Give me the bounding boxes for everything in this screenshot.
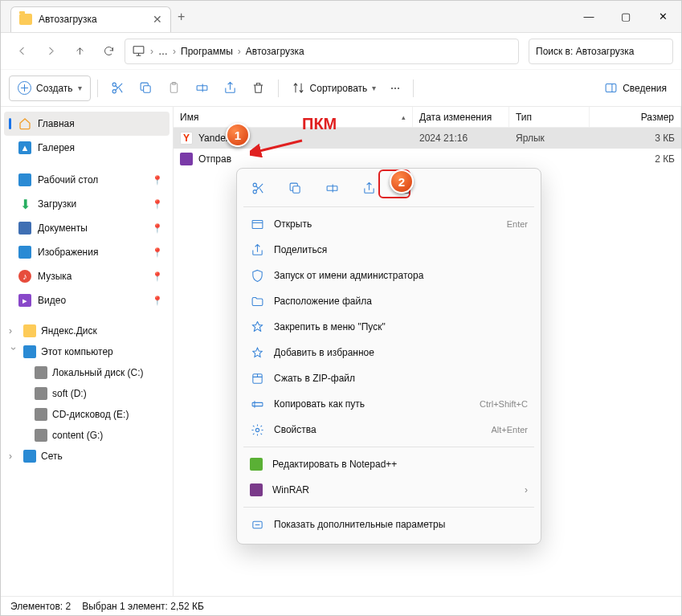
ctx-copy-button[interactable] xyxy=(282,175,308,201)
sort-asc-icon: ▴ xyxy=(402,113,406,121)
chevron-right-icon: › xyxy=(150,46,153,57)
ctx-pin-start[interactable]: Закрепить в меню "Пуск" xyxy=(237,314,541,340)
refresh-button[interactable] xyxy=(96,39,121,64)
tree-item-drive-d[interactable]: soft (D:) xyxy=(4,383,169,404)
ctx-open[interactable]: ОткрытьEnter xyxy=(237,211,541,237)
scissors-icon xyxy=(111,81,125,95)
sidebar-item-label: Изображения xyxy=(38,247,98,258)
nav-bar: › … › Программы › Автозагрузка Поиск в: … xyxy=(1,33,681,70)
column-headers: Имя▴ Дата изменения Тип Размер xyxy=(174,107,681,128)
sidebar-item-desktop[interactable]: Рабочий стол📍 xyxy=(4,168,169,192)
ctx-copy-path[interactable]: Копировать как путьCtrl+Shift+C xyxy=(237,391,541,417)
yandex-icon: Y xyxy=(180,132,193,145)
sort-button[interactable]: Сортировать ▾ xyxy=(285,75,383,101)
cut-button[interactable] xyxy=(104,75,131,101)
network-icon xyxy=(23,450,36,463)
drive-icon xyxy=(35,387,47,400)
ctx-rename-button[interactable] xyxy=(319,175,345,201)
ctx-properties[interactable]: СвойстваAlt+Enter xyxy=(237,417,541,443)
sidebar-item-documents[interactable]: Документы📍 xyxy=(4,216,169,240)
details-button[interactable]: Сведения xyxy=(598,75,673,101)
folder-icon xyxy=(19,14,32,25)
breadcrumb-item[interactable]: Программы xyxy=(181,46,233,57)
drive-icon xyxy=(35,429,47,442)
chevron-down-icon[interactable]: › xyxy=(8,347,19,357)
delete-button[interactable] xyxy=(245,75,272,101)
sidebar-item-downloads[interactable]: ⬇Загрузки📍 xyxy=(4,192,169,216)
status-selected: Выбран 1 элемент: 2,52 КБ xyxy=(82,601,204,612)
svg-point-8 xyxy=(253,183,256,186)
column-type[interactable]: Тип xyxy=(509,107,590,127)
ctx-notepadpp[interactable]: Редактировать в Notepad++ xyxy=(237,451,541,477)
column-date[interactable]: Дата изменения xyxy=(413,107,509,127)
rename-button[interactable] xyxy=(189,75,215,101)
chevron-right-icon[interactable]: › xyxy=(9,451,18,462)
tree-item-drive-e[interactable]: CD-дисковод (E:) xyxy=(4,404,169,425)
pin-icon: 📍 xyxy=(152,271,163,282)
search-input[interactable]: Поиск в: Автозагрузка xyxy=(529,39,673,64)
share-icon xyxy=(250,243,264,257)
forward-button[interactable] xyxy=(38,39,63,64)
column-name[interactable]: Имя▴ xyxy=(174,107,413,127)
rename-icon xyxy=(325,182,339,195)
tree-item-yadisk[interactable]: ›Яндекс.Диск xyxy=(4,320,169,341)
ctx-location[interactable]: Расположение файла xyxy=(237,288,541,314)
ctx-cut-button[interactable] xyxy=(245,175,271,201)
create-button[interactable]: Создать ▾ xyxy=(9,75,91,101)
sidebar-item-video[interactable]: ▸Видео📍 xyxy=(4,288,169,312)
maximize-button[interactable]: ▢ xyxy=(607,1,644,33)
sidebar-item-label: Рабочий стол xyxy=(38,174,98,186)
sidebar-item-gallery[interactable]: ▲Галерея xyxy=(4,136,169,160)
titlebar: Автозагрузка ✕ + — ▢ ✕ xyxy=(1,1,681,33)
svg-rect-7 xyxy=(606,84,616,92)
more-button[interactable]: ⋯ xyxy=(384,75,406,101)
notepad-icon xyxy=(250,458,263,471)
sidebar-item-music[interactable]: ♪Музыка📍 xyxy=(4,264,169,288)
breadcrumb-ellipsis[interactable]: … xyxy=(158,46,168,57)
annotation-pkm: ПКМ xyxy=(302,115,337,133)
chevron-right-icon[interactable]: › xyxy=(9,325,18,337)
add-tab-button[interactable]: + xyxy=(178,10,185,24)
tree-item-drive-c[interactable]: Локальный диск (C:) xyxy=(4,362,169,383)
svg-rect-12 xyxy=(252,220,263,228)
ctx-share[interactable]: Поделиться xyxy=(237,237,541,263)
up-button[interactable] xyxy=(67,39,92,64)
minimize-button[interactable]: — xyxy=(570,1,607,33)
ctx-favorite[interactable]: Добавить в избранное xyxy=(237,340,541,365)
sidebar-item-home[interactable]: Главная xyxy=(4,112,169,136)
tree-item-network[interactable]: ›Сеть xyxy=(4,446,169,467)
paste-button[interactable] xyxy=(161,75,187,101)
star-icon xyxy=(250,345,264,360)
tree-item-label: content (G:) xyxy=(52,430,103,441)
column-size[interactable]: Размер xyxy=(590,107,681,127)
ctx-runas[interactable]: Запуск от имени администратора xyxy=(237,263,541,288)
breadcrumb-item[interactable]: Автозагрузка xyxy=(246,46,304,57)
close-button[interactable]: ✕ xyxy=(644,1,681,33)
tree-item-thispc[interactable]: ›Этот компьютер xyxy=(4,341,169,362)
tab-close-icon[interactable]: ✕ xyxy=(153,13,162,26)
ctx-zip[interactable]: Сжать в ZIP-файл xyxy=(237,365,541,391)
gallery-icon: ▲ xyxy=(18,141,31,154)
trash-icon xyxy=(251,81,265,95)
toolbar: Создать ▾ Сортировать ▾ ⋯ Сведения xyxy=(1,70,681,107)
tree-item-drive-g[interactable]: content (G:) xyxy=(4,425,169,446)
breadcrumb[interactable]: › … › Программы › Автозагрузка xyxy=(125,39,519,64)
ctx-winrar[interactable]: WinRAR› xyxy=(237,477,541,503)
pictures-icon xyxy=(18,246,31,259)
sidebar-item-label: Документы xyxy=(38,222,88,234)
share-icon xyxy=(362,182,376,195)
share-button[interactable] xyxy=(217,75,243,101)
annotation-badge-1: 1 xyxy=(226,123,250,147)
sidebar-item-pictures[interactable]: Изображения📍 xyxy=(4,240,169,264)
monitor-icon xyxy=(132,44,145,58)
file-name: Отправ xyxy=(198,153,231,165)
ctx-more[interactable]: Показать дополнительные параметры xyxy=(237,512,541,537)
documents-icon xyxy=(18,222,31,235)
copy-icon xyxy=(288,182,302,195)
copy-button[interactable] xyxy=(133,75,159,101)
annotation-badge-2: 2 xyxy=(390,169,414,194)
back-button[interactable] xyxy=(9,39,35,64)
tree-item-label: Яндекс.Диск xyxy=(41,325,97,337)
tab-active[interactable]: Автозагрузка ✕ xyxy=(10,6,171,32)
annotation-arrow xyxy=(250,134,306,158)
